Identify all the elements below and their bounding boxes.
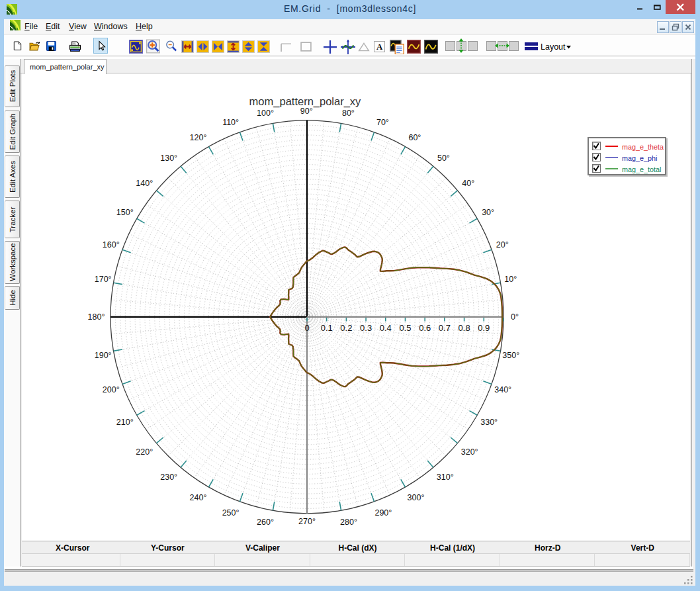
svg-text:170°: 170° bbox=[95, 275, 112, 284]
svg-text:60°: 60° bbox=[408, 133, 421, 142]
svg-text:280°: 280° bbox=[340, 518, 357, 527]
svg-text:0.4: 0.4 bbox=[380, 323, 392, 333]
svg-text:190°: 190° bbox=[95, 351, 112, 360]
svg-text:0.6: 0.6 bbox=[419, 323, 431, 333]
svg-text:230°: 230° bbox=[160, 473, 177, 482]
svg-text:240°: 240° bbox=[190, 493, 207, 502]
svg-text:330°: 330° bbox=[480, 418, 498, 427]
svg-text:210°: 210° bbox=[116, 418, 134, 427]
svg-text:0.9: 0.9 bbox=[478, 323, 490, 333]
svg-text:130°: 130° bbox=[160, 154, 177, 163]
svg-text:10°: 10° bbox=[504, 275, 517, 284]
svg-text:320°: 320° bbox=[461, 447, 478, 457]
svg-text:220°: 220° bbox=[136, 447, 153, 457]
svg-text:40°: 40° bbox=[462, 179, 474, 188]
svg-text:0.8: 0.8 bbox=[459, 323, 470, 333]
svg-text:110°: 110° bbox=[222, 118, 239, 127]
svg-text:270°: 270° bbox=[298, 517, 316, 526]
svg-text:340°: 340° bbox=[494, 385, 511, 394]
svg-text:300°: 300° bbox=[408, 493, 425, 502]
svg-text:0.3: 0.3 bbox=[360, 323, 372, 333]
svg-text:160°: 160° bbox=[103, 240, 120, 250]
svg-text:250°: 250° bbox=[222, 508, 240, 518]
svg-text:260°: 260° bbox=[257, 518, 274, 527]
svg-text:350°: 350° bbox=[502, 351, 519, 360]
svg-text:120°: 120° bbox=[190, 133, 207, 142]
svg-text:100°: 100° bbox=[257, 109, 274, 118]
svg-text:0°: 0° bbox=[511, 312, 519, 322]
svg-text:30°: 30° bbox=[482, 208, 494, 217]
svg-text:90°: 90° bbox=[300, 107, 313, 116]
svg-text:180°: 180° bbox=[88, 312, 105, 322]
svg-text:310°: 310° bbox=[437, 473, 454, 482]
svg-text:0.5: 0.5 bbox=[399, 323, 411, 333]
svg-text:0.2: 0.2 bbox=[340, 323, 352, 333]
svg-text:mom_pattern_polar_xy: mom_pattern_polar_xy bbox=[249, 95, 362, 108]
svg-text:0.1: 0.1 bbox=[321, 323, 333, 333]
svg-text:80°: 80° bbox=[342, 109, 355, 118]
svg-text:140°: 140° bbox=[136, 179, 153, 188]
svg-text:200°: 200° bbox=[103, 385, 120, 394]
svg-text:150°: 150° bbox=[116, 208, 134, 217]
svg-text:70°: 70° bbox=[376, 118, 389, 127]
svg-text:20°: 20° bbox=[496, 240, 509, 250]
svg-text:0.7: 0.7 bbox=[439, 323, 451, 333]
svg-text:50°: 50° bbox=[437, 154, 450, 163]
svg-text:290°: 290° bbox=[374, 508, 392, 518]
svg-text:0: 0 bbox=[304, 323, 309, 333]
